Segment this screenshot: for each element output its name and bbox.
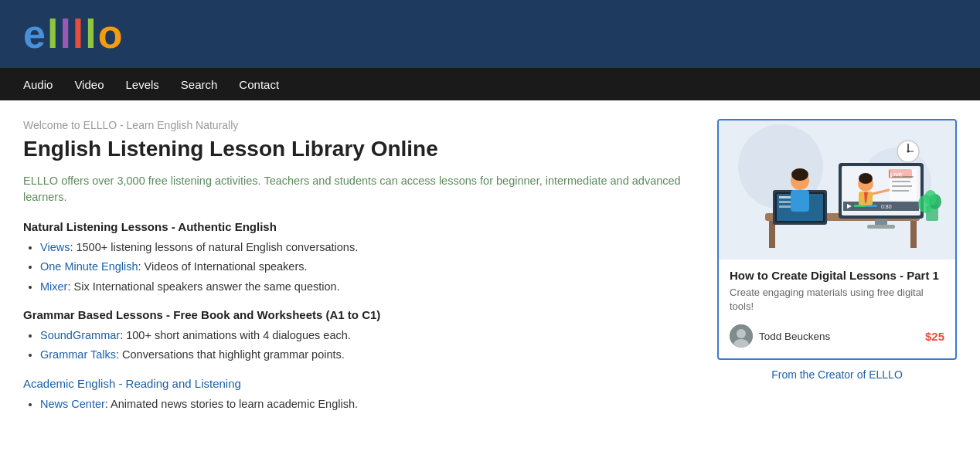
mixer-link[interactable]: Mixer (40, 280, 67, 293)
promo-card: LIVE 0:80 (717, 119, 957, 360)
section1-list: Views: 1500+ listening lessons of natura… (23, 239, 694, 294)
one-minute-text: : Videos of International speakers. (138, 260, 308, 273)
svg-text:0:80: 0:80 (881, 204, 892, 209)
list-item: Mixer: Six International speakers answer… (40, 279, 694, 294)
right-column: LIVE 0:80 (717, 119, 957, 426)
section2-list: SoundGrammar: 100+ short animations with… (23, 327, 694, 363)
list-item: Views: 1500+ listening lessons of natura… (40, 239, 694, 255)
logo-letter-l3: l (73, 12, 85, 56)
header: ellllo (0, 0, 980, 68)
promo-footer: Todd Beuckens $25 (730, 324, 944, 348)
promo-body: How to Create Digital Lessons - Part 1 C… (719, 260, 955, 358)
promo-price: $25 (925, 330, 944, 343)
promo-title: How to Create Digital Lessons - Part 1 (730, 269, 944, 282)
svg-rect-27 (867, 225, 895, 229)
logo-text: ellllo (23, 12, 124, 56)
author-avatar (730, 324, 753, 348)
welcome-subtitle: Welcome to ELLLO - Learn English Natural… (23, 119, 694, 131)
academic-heading: Academic English - Reading and Listening (23, 377, 694, 390)
list-item: News Center: Animated news stories to le… (40, 396, 694, 412)
main-title: English Listening Lesson Library Online (23, 136, 694, 162)
nav-video[interactable]: Video (74, 78, 104, 91)
logo-letter-o: o (98, 12, 124, 56)
svg-point-15 (791, 168, 808, 181)
intro-text: ELLLO offers over 3,000 free listening a… (23, 173, 694, 207)
soundgrammar-link[interactable]: SoundGrammar (40, 329, 120, 341)
nav-audio[interactable]: Audio (23, 78, 53, 91)
promo-desc: Create engaging materials using free dig… (730, 286, 944, 314)
svg-point-45 (924, 190, 937, 205)
logo-letter-l1: l (47, 12, 60, 56)
promo-image: LIVE 0:80 (719, 120, 955, 260)
list-item: SoundGrammar: 100+ short animations with… (40, 327, 694, 343)
nav-levels[interactable]: Levels (125, 78, 158, 91)
logo-letter-l2: l (60, 12, 72, 56)
svg-rect-4 (769, 221, 775, 248)
section2-heading: Grammar Based Lessons - Free Book and Wo… (23, 308, 694, 321)
promo-link[interactable]: From the Creator of ELLLO (771, 368, 903, 381)
logo-letter-l4: l (85, 12, 97, 56)
mixer-text: : Six International speakers answer the … (67, 280, 339, 293)
soundgrammar-text: : 100+ short animations with 4 dialogues… (120, 329, 351, 341)
nav-contact[interactable]: Contact (239, 78, 279, 91)
avatar-image (730, 324, 753, 348)
nav-search[interactable]: Search (181, 78, 218, 91)
left-column: Welcome to ELLLO - Learn English Natural… (23, 119, 694, 426)
views-link[interactable]: Views (40, 241, 70, 253)
svg-rect-26 (875, 219, 887, 225)
svg-rect-32 (890, 169, 917, 200)
news-center-text: : Animated news stories to learn academi… (105, 398, 358, 410)
main-content: Welcome to ELLLO - Learn English Natural… (0, 100, 980, 441)
section1-heading: Natural Listening Lessons - Authentic En… (23, 220, 694, 233)
section3-list: News Center: Animated news stories to le… (23, 396, 694, 412)
one-minute-english-link[interactable]: One Minute English (40, 260, 138, 273)
author-info: Todd Beuckens (730, 324, 830, 348)
author-name: Todd Beuckens (759, 331, 830, 342)
views-text: : 1500+ listening lessons of natural Eng… (70, 241, 358, 253)
list-item: One Minute English: Videos of Internatio… (40, 259, 694, 274)
svg-rect-5 (910, 221, 917, 248)
promo-illustration: LIVE 0:80 (719, 120, 955, 260)
grammar-talks-text: : Conversations that highlight grammar p… (116, 348, 345, 361)
svg-point-47 (737, 329, 746, 338)
news-center-link[interactable]: News Center (40, 398, 105, 410)
grammar-talks-link[interactable]: Grammar Talks (40, 348, 116, 361)
svg-point-30 (859, 173, 873, 184)
promo-link-area: From the Creator of ELLLO (717, 360, 957, 384)
svg-rect-14 (791, 190, 809, 212)
svg-rect-10 (779, 201, 791, 203)
nav-bar: Audio Video Levels Search Contact (0, 68, 980, 100)
logo[interactable]: ellllo (23, 14, 124, 54)
list-item: Grammar Talks: Conversations that highli… (40, 347, 694, 362)
logo-letter-e: e (23, 12, 47, 56)
